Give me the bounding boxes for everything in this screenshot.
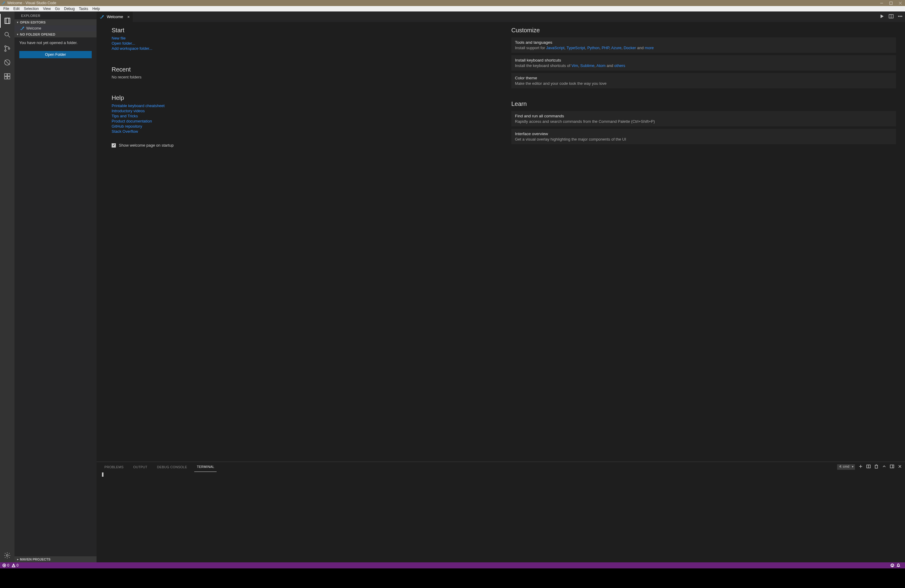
vscode-icon xyxy=(100,14,104,19)
terminal-kill-icon[interactable] xyxy=(874,464,878,469)
open-editor-welcome[interactable]: Welcome xyxy=(14,25,97,31)
svg-point-10 xyxy=(8,48,10,49)
svg-rect-5 xyxy=(6,18,10,24)
terminal-split-icon[interactable] xyxy=(866,464,871,469)
svg-rect-13 xyxy=(5,74,7,76)
svg-point-17 xyxy=(6,555,8,556)
svg-point-21 xyxy=(900,16,901,17)
run-icon[interactable] xyxy=(880,14,884,20)
vscode-icon xyxy=(20,26,25,31)
menu-file[interactable]: File xyxy=(1,6,11,11)
statusbar: 0 0 xyxy=(0,563,905,568)
status-bell-icon[interactable] xyxy=(897,564,900,567)
menu-go[interactable]: Go xyxy=(53,6,62,11)
customize-heading: Customize xyxy=(511,27,896,34)
terminal-cursor xyxy=(102,472,103,477)
menu-tasks[interactable]: Tasks xyxy=(77,6,90,11)
svg-line-7 xyxy=(8,36,10,37)
tab-welcome[interactable]: Welcome × xyxy=(97,11,133,22)
terminal-selector[interactable]: 4: cmd xyxy=(837,464,855,470)
svg-point-22 xyxy=(901,16,902,17)
activity-extensions[interactable] xyxy=(0,69,14,83)
menu-view[interactable]: View xyxy=(41,6,53,11)
menu-debug[interactable]: Debug xyxy=(62,6,77,11)
more-actions-icon[interactable] xyxy=(898,14,903,20)
svg-line-12 xyxy=(5,60,10,65)
svg-rect-16 xyxy=(8,76,10,79)
panel-tab-terminal[interactable]: TERMINAL xyxy=(194,462,217,472)
checkbox-checked-icon: ✓ xyxy=(112,143,116,148)
show-welcome-checkbox[interactable]: ✓ Show welcome page on startup xyxy=(112,143,496,148)
panel-tab-debug-console[interactable]: DEBUG CONSOLE xyxy=(155,462,190,472)
terminal-body[interactable] xyxy=(97,472,905,563)
editor-area: Welcome × Start New file Open folder... … xyxy=(97,11,905,563)
activity-search[interactable] xyxy=(0,28,14,41)
link-stackoverflow[interactable]: Stack Overflow xyxy=(112,129,496,134)
link-github[interactable]: GitHub repository xyxy=(112,124,496,129)
sidebar: EXPLORER ▾ OPEN EDITORS Welcome ▾ NO FOL… xyxy=(14,11,97,563)
settings-gear-icon[interactable] xyxy=(0,548,14,563)
svg-point-6 xyxy=(5,32,8,36)
link-cheatsheet[interactable]: Printable keyboard cheatsheet xyxy=(112,103,496,108)
panel-tab-output[interactable]: OUTPUT xyxy=(131,462,150,472)
welcome-page: Start New file Open folder... Add worksp… xyxy=(97,22,905,462)
chevron-down-icon: ▾ xyxy=(16,21,20,24)
activity-bar xyxy=(0,11,14,563)
activity-debug[interactable] xyxy=(0,56,14,69)
panel-toggle-layout-icon[interactable] xyxy=(890,464,894,469)
link-intro-videos[interactable]: Introductory videos xyxy=(112,108,496,113)
panel-maximize-icon[interactable] xyxy=(882,464,886,469)
recent-heading: Recent xyxy=(112,66,496,73)
link-tips[interactable]: Tips and Tricks xyxy=(112,113,496,119)
status-errors[interactable]: 0 xyxy=(2,563,10,567)
maven-projects-header[interactable]: ▸ MAVEN PROJECTS xyxy=(14,556,97,563)
menubar: File Edit Selection View Go Debug Tasks … xyxy=(0,6,905,11)
card-interface-overview[interactable]: Interface overview Get a visual overlay … xyxy=(511,129,896,144)
os-taskbar xyxy=(0,568,905,588)
card-tools-languages[interactable]: Tools and languages Install support for … xyxy=(511,37,896,53)
open-folder-button[interactable]: Open Folder xyxy=(19,51,92,58)
panel-close-icon[interactable] xyxy=(898,464,902,469)
menu-help[interactable]: Help xyxy=(90,6,102,11)
link-open-folder[interactable]: Open folder... xyxy=(112,41,496,46)
titlebar: Welcome - Visual Studio Code xyxy=(0,0,905,6)
chevron-down-icon: ▾ xyxy=(16,33,20,36)
menu-edit[interactable]: Edit xyxy=(11,6,22,11)
link-add-workspace[interactable]: Add workspace folder... xyxy=(112,46,496,51)
close-tab-icon[interactable]: × xyxy=(127,14,130,19)
svg-rect-15 xyxy=(5,76,7,79)
window-minimize-button[interactable] xyxy=(880,2,883,5)
svg-point-20 xyxy=(899,16,899,17)
open-editors-header[interactable]: ▾ OPEN EDITORS xyxy=(14,19,97,25)
svg-point-8 xyxy=(5,46,6,48)
svg-rect-14 xyxy=(8,74,10,76)
card-find-commands[interactable]: Find and run all commands Rapidly access… xyxy=(511,111,896,126)
menu-selection[interactable]: Selection xyxy=(22,6,41,11)
activity-explorer[interactable] xyxy=(0,14,14,28)
panel-tab-problems[interactable]: PROBLEMS xyxy=(102,462,126,472)
no-folder-header[interactable]: ▾ NO FOLDER OPENED xyxy=(14,31,97,37)
card-color-theme[interactable]: Color theme Make the editor and your cod… xyxy=(511,73,896,88)
window-title: Welcome - Visual Studio Code xyxy=(7,1,880,5)
activity-scm[interactable] xyxy=(0,41,14,56)
link-new-file[interactable]: New file xyxy=(112,36,496,41)
editor-tabstrip: Welcome × xyxy=(97,11,905,22)
svg-rect-30 xyxy=(890,465,894,468)
split-editor-icon[interactable] xyxy=(889,14,894,20)
svg-point-41 xyxy=(893,565,893,566)
window-close-button[interactable] xyxy=(899,2,902,5)
status-feedback-icon[interactable] xyxy=(891,564,894,567)
help-heading: Help xyxy=(112,94,496,102)
link-docs[interactable]: Product documentation xyxy=(112,119,496,124)
status-warnings[interactable]: 0 xyxy=(12,563,19,567)
chevron-right-icon: ▸ xyxy=(16,558,20,561)
window-maximize-button[interactable] xyxy=(889,2,892,5)
card-keyboard-shortcuts[interactable]: Install keyboard shortcuts Install the k… xyxy=(511,55,896,71)
no-folder-message: You have not yet opened a folder. xyxy=(14,37,97,48)
svg-rect-4 xyxy=(5,18,9,24)
svg-point-40 xyxy=(892,565,892,566)
learn-heading: Learn xyxy=(511,100,896,107)
terminal-new-icon[interactable] xyxy=(859,464,863,469)
recent-empty: No recent folders xyxy=(112,75,496,79)
svg-point-9 xyxy=(5,50,6,52)
